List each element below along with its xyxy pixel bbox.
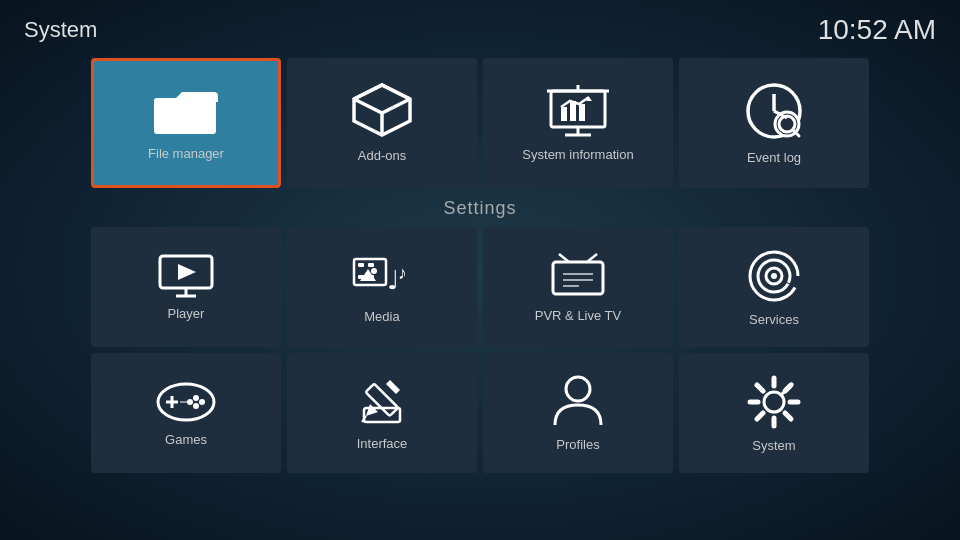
event-log-icon (745, 82, 803, 140)
svg-line-62 (785, 413, 791, 419)
settings-header: Settings (0, 198, 960, 219)
tile-pvr-live-tv-label: PVR & Live TV (535, 308, 621, 323)
media-icon: ♩ ♪ (352, 251, 412, 301)
tile-system-label: System (752, 438, 795, 453)
tile-event-log[interactable]: Event log (679, 58, 869, 188)
add-ons-icon (352, 83, 412, 138)
svg-rect-25 (358, 263, 364, 267)
tile-add-ons[interactable]: Add-ons (287, 58, 477, 188)
tile-interface[interactable]: Interface (287, 353, 477, 473)
player-icon (158, 254, 214, 298)
tile-pvr-live-tv[interactable]: PVR & Live TV (483, 227, 673, 347)
file-manager-icon (154, 86, 218, 136)
svg-point-29 (371, 268, 377, 274)
profiles-icon (553, 375, 603, 429)
tile-player[interactable]: Player (91, 227, 281, 347)
tile-games-label: Games (165, 432, 207, 447)
svg-point-46 (199, 399, 205, 405)
svg-point-55 (566, 377, 590, 401)
svg-line-66 (786, 386, 790, 390)
svg-marker-53 (386, 380, 400, 394)
svg-line-64 (757, 413, 763, 419)
page-title: System (24, 17, 97, 43)
settings-tiles-row2: Games Interface (0, 353, 960, 473)
tile-system-information-label: System information (522, 147, 633, 162)
tile-file-manager[interactable]: File manager (91, 58, 281, 188)
svg-rect-32 (553, 262, 603, 294)
tile-add-ons-label: Add-ons (358, 148, 406, 163)
tile-services[interactable]: Services (679, 227, 869, 347)
pvr-live-tv-icon (549, 252, 607, 300)
svg-rect-8 (579, 104, 585, 121)
tile-services-label: Services (749, 312, 799, 327)
svg-marker-21 (178, 264, 196, 280)
svg-rect-0 (154, 98, 216, 134)
svg-rect-26 (368, 263, 374, 267)
tile-media[interactable]: ♩ ♪ Media (287, 227, 477, 347)
tile-system-information[interactable]: System information (483, 58, 673, 188)
header: System 10:52 AM (0, 0, 960, 54)
tile-interface-label: Interface (357, 436, 408, 451)
svg-rect-6 (561, 107, 567, 121)
services-icon (746, 248, 802, 304)
top-tiles-row: File manager Add-ons (0, 58, 960, 188)
tile-games[interactable]: Games (91, 353, 281, 473)
svg-text:♪: ♪ (398, 263, 407, 283)
settings-tiles-row1: Player ♩ ♪ Media (0, 227, 960, 347)
svg-line-61 (757, 385, 763, 391)
svg-marker-52 (366, 404, 378, 416)
clock: 10:52 AM (818, 14, 936, 46)
system-icon (746, 374, 802, 430)
svg-point-45 (193, 395, 199, 401)
tile-file-manager-label: File manager (148, 146, 224, 161)
svg-point-47 (193, 403, 199, 409)
tile-event-log-label: Event log (747, 150, 801, 165)
interface-icon (356, 376, 408, 428)
tile-system[interactable]: System (679, 353, 869, 473)
page: System 10:52 AM File manager (0, 0, 960, 540)
tile-player-label: Player (168, 306, 205, 321)
tile-profiles[interactable]: Profiles (483, 353, 673, 473)
tile-profiles-label: Profiles (556, 437, 599, 452)
system-information-icon (547, 85, 609, 137)
svg-point-41 (771, 273, 777, 279)
games-icon (156, 380, 216, 424)
tile-media-label: Media (364, 309, 399, 324)
svg-rect-3 (551, 91, 605, 127)
